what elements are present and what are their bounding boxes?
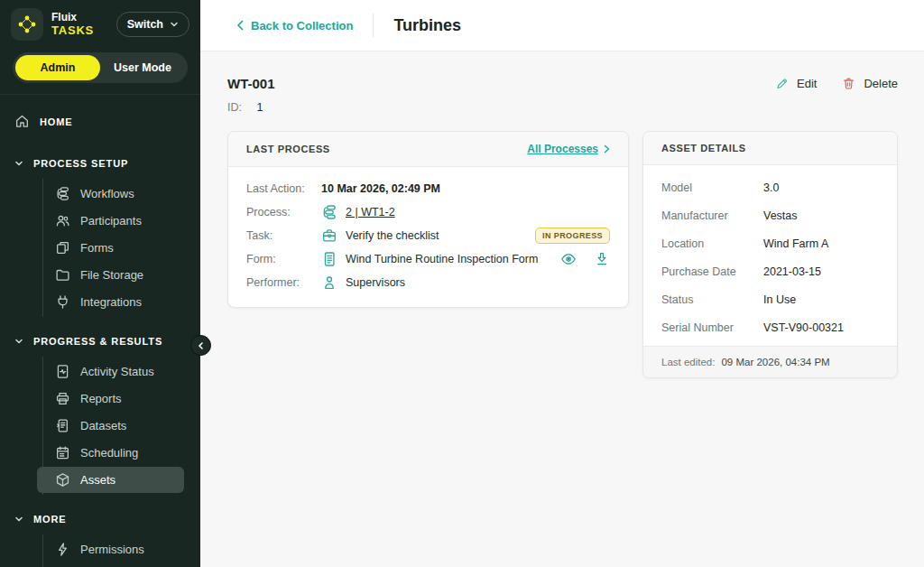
edit-button[interactable]: Edit <box>775 77 817 90</box>
section-label: MORE <box>33 514 67 525</box>
delete-label: Delete <box>864 77 898 90</box>
plug-icon <box>55 294 70 310</box>
last-process-body: Last Action: 10 Mar 2026, 02:49 PM Proce… <box>228 167 628 307</box>
assets-cube-icon <box>55 472 70 488</box>
task-label: Task: <box>246 229 321 242</box>
chevron-down-icon <box>170 20 179 29</box>
switch-button[interactable]: Switch <box>116 12 189 37</box>
field-label: Manufacturer <box>661 209 763 222</box>
sidebar-item-file-storage[interactable]: File Storage <box>43 262 184 288</box>
workflows-icon <box>55 186 70 201</box>
mode-toggle: Admin User Mode <box>13 52 188 83</box>
admin-mode-toggle[interactable]: Admin <box>15 55 100 80</box>
status-badge: IN PROGRESS <box>535 228 610 244</box>
brand-text: Fluix TASKS <box>51 11 94 37</box>
chevron-right-icon <box>604 144 610 153</box>
eye-icon[interactable] <box>560 251 577 267</box>
back-to-collection-link[interactable]: Back to Collection <box>236 19 353 33</box>
sidebar-item-permissions[interactable]: Permissions <box>43 536 184 562</box>
process-icon <box>321 204 337 220</box>
all-processes-label: All Processes <box>527 143 598 155</box>
form-file-actions <box>560 251 610 267</box>
sidebar-item-datasets[interactable]: Datasets <box>43 413 184 439</box>
last-edited-value: 09 Mar 2026, 04:34 PM <box>721 357 829 367</box>
field-label: Location <box>661 237 763 250</box>
chevron-left-icon <box>198 342 205 349</box>
detail-row-purchase-date: Purchase Date 2021-03-15 <box>661 257 879 285</box>
detail-row-model: Model 3.0 <box>661 173 879 201</box>
last-edited-label: Last edited: <box>661 357 715 367</box>
performer-row: Performer: Supervisors <box>246 271 610 294</box>
task-value: Verify the checklist <box>346 229 439 242</box>
topbar-divider <box>373 14 374 37</box>
delete-button[interactable]: Delete <box>842 77 898 90</box>
sidebar-section-more[interactable]: MORE <box>0 502 200 533</box>
sidebar-item-assets[interactable]: Assets <box>37 467 184 493</box>
field-value: 2021-03-15 <box>763 265 821 278</box>
performer-label: Performer: <box>246 276 321 289</box>
task-row: Task: Verify the checklist IN PROGRESS <box>246 224 610 247</box>
forms-icon <box>55 240 70 256</box>
nav-item-label: Permissions <box>80 543 144 556</box>
process-link[interactable]: 2 | WT1-2 <box>346 206 395 218</box>
field-label: Model <box>661 181 763 194</box>
last-action-row: Last Action: 10 Mar 2026, 02:49 PM <box>246 177 610 200</box>
asset-details-body: Model 3.0 Manufacturer Vestas Location W… <box>643 165 897 346</box>
brand-subname: TASKS <box>51 24 94 37</box>
participants-icon <box>55 213 70 228</box>
last-action-value: 10 Mar 2026, 02:49 PM <box>321 182 440 195</box>
last-action-label: Last Action: <box>246 182 321 195</box>
last-edited-bar: Last edited:09 Mar 2026, 04:34 PM <box>643 346 897 377</box>
activity-status-icon <box>55 364 70 379</box>
sidebar-nav: HOME PROCESS SETUP Workflows Participant… <box>0 95 200 567</box>
process-row: Process: 2 | WT1-2 <box>246 200 610 224</box>
brand-name: Fluix <box>51 11 94 24</box>
nav-item-label: Reports <box>80 392 122 405</box>
sidebar-item-participants[interactable]: Participants <box>43 208 184 234</box>
asset-name: WT-001 <box>227 76 275 91</box>
sidebar-section-progress-results[interactable]: PROGRESS & RESULTS <box>0 324 200 355</box>
home-icon <box>14 114 30 129</box>
all-processes-link[interactable]: All Processes <box>527 143 610 155</box>
process-label: Process: <box>246 206 321 218</box>
nav-item-label: Forms <box>80 241 114 255</box>
brand-area: Fluix TASKS Switch <box>0 0 200 47</box>
field-value: VST-V90-00321 <box>763 321 844 334</box>
field-value: 3.0 <box>763 181 779 194</box>
performer-value: Supervisors <box>346 276 405 289</box>
sidebar-item-workflows[interactable]: Workflows <box>43 181 184 207</box>
user-mode-toggle[interactable]: User Mode <box>100 55 185 80</box>
asset-details-header: ASSET DETAILS <box>643 132 897 165</box>
datasets-icon <box>55 418 70 433</box>
sidebar-item-scheduling[interactable]: Scheduling <box>43 440 184 466</box>
trash-icon <box>842 77 855 90</box>
sidebar-item-forms[interactable]: Forms <box>43 235 184 261</box>
sidebar-item-activity-status[interactable]: Activity Status <box>43 358 184 385</box>
asset-actions: Edit Delete <box>775 77 898 90</box>
sidebar-section-process-setup[interactable]: PROCESS SETUP <box>0 146 200 177</box>
sidebar-collapse-button[interactable] <box>190 335 211 356</box>
reports-icon <box>55 391 70 406</box>
calendar-icon <box>55 445 70 460</box>
form-document-icon <box>321 251 337 267</box>
detail-row-serial-number: Serial Number VST-V90-00321 <box>661 313 879 341</box>
sidebar-item-reports[interactable]: Reports <box>43 386 184 412</box>
asset-title-row: WT-001 Edit Delete <box>227 76 898 91</box>
topbar: Back to Collection Turbines <box>200 0 924 51</box>
sidebar-item-home[interactable]: HOME <box>0 104 200 139</box>
progress-results-sublist: Activity Status Reports Datasets Schedul… <box>42 357 200 495</box>
sidebar-item-integrations[interactable]: Integrations <box>43 289 184 315</box>
last-process-title: LAST PROCESS <box>246 144 330 154</box>
chevron-down-icon <box>14 337 23 346</box>
page-title: Turbines <box>393 16 461 35</box>
pencil-icon <box>775 77 789 90</box>
content-area: WT-001 Edit Delete ID: 1 <box>200 51 924 378</box>
field-label: Serial Number <box>661 321 763 334</box>
download-icon[interactable] <box>594 251 610 267</box>
process-setup-sublist: Workflows Participants Forms File Storag… <box>42 179 200 317</box>
form-value: Wind Turbine Routine Inspection Form <box>346 253 538 265</box>
section-label: PROGRESS & RESULTS <box>33 336 162 347</box>
sidebar-item-settings[interactable]: Settings <box>43 563 184 567</box>
field-value: Vestas <box>763 209 798 222</box>
field-value: Wind Farm A <box>763 237 828 250</box>
